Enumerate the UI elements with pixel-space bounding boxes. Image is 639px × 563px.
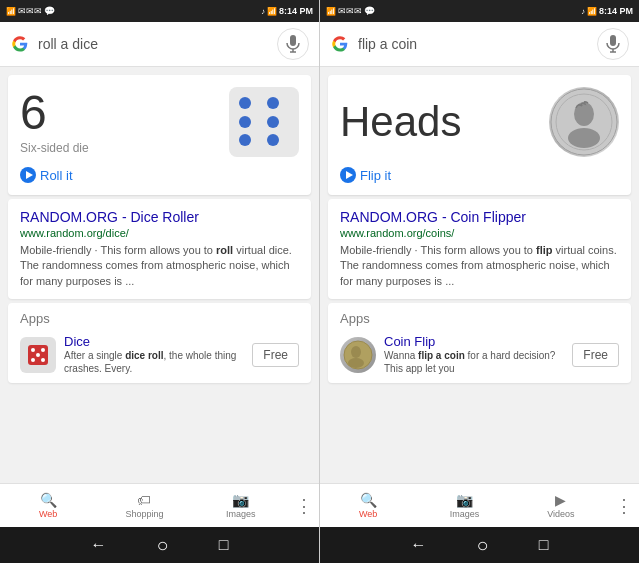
dice-dot-1 bbox=[239, 97, 251, 109]
coin-desc-prefix: Wanna bbox=[384, 350, 418, 361]
nav-tab-web-coin[interactable]: 🔍 Web bbox=[320, 484, 416, 527]
dice-result-left: 6 Six-sided die bbox=[20, 89, 89, 155]
status-bar-left: 📶 ✉✉✉ 💬 ♪ 📶 8:14 PM bbox=[0, 0, 319, 22]
dice-apps-section: Apps Dice After a single dice rol bbox=[8, 303, 311, 383]
status-right-icons: ♪ 📶 8:14 PM bbox=[261, 6, 313, 16]
status-music-icon: ♪ bbox=[261, 7, 265, 16]
dice-dot-3 bbox=[239, 116, 251, 128]
search-query-coin: flip a coin bbox=[358, 36, 589, 52]
images-icon-dice: 📷 bbox=[232, 492, 249, 508]
status-hangouts-icon: 💬 bbox=[44, 6, 55, 16]
nav-tab-shopping-dice[interactable]: 🏷 Shopping bbox=[96, 484, 192, 527]
web-icon-coin: 🔍 bbox=[360, 492, 377, 508]
dice-result-url: www.random.org/dice/ bbox=[20, 227, 299, 239]
dice-result-title[interactable]: RANDOM.ORG - Dice Roller bbox=[20, 209, 299, 225]
svg-point-17 bbox=[351, 346, 361, 358]
more-dots-coin: ⋮ bbox=[615, 495, 632, 517]
coin-app-item: Coin Flip Wanna flip a coin for a hard d… bbox=[340, 334, 619, 375]
dice-dot-4 bbox=[267, 116, 279, 128]
roll-icon bbox=[20, 167, 36, 183]
dice-snippet-prefix: Mobile-friendly · This form allows you t… bbox=[20, 244, 216, 256]
google-logo-right bbox=[330, 34, 350, 54]
more-button-coin[interactable]: ⋮ bbox=[609, 495, 639, 517]
dice-number: 6 bbox=[20, 89, 89, 137]
status-wifi-icon: 📶 bbox=[267, 7, 277, 16]
coin-app-info: Coin Flip Wanna flip a coin for a hard d… bbox=[384, 334, 564, 375]
status-time: 8:14 PM bbox=[279, 6, 313, 16]
shopping-label-dice: Shopping bbox=[125, 509, 163, 519]
panel-dice: 📶 ✉✉✉ 💬 ♪ 📶 8:14 PM roll a dice bbox=[0, 0, 319, 563]
images-label-dice: Images bbox=[226, 509, 256, 519]
mic-button-coin[interactable] bbox=[597, 28, 629, 60]
nav-tab-images-dice[interactable]: 📷 Images bbox=[193, 484, 289, 527]
dice-snippet-bold: roll bbox=[216, 244, 233, 256]
coin-word: Heads bbox=[340, 98, 461, 146]
svg-rect-9 bbox=[610, 35, 616, 46]
search-bar-coin: flip a coin bbox=[320, 22, 639, 67]
status-signal-icon-r: 📶 bbox=[326, 7, 336, 16]
coin-free-button[interactable]: Free bbox=[572, 343, 619, 367]
home-button-right[interactable]: ○ bbox=[477, 534, 489, 557]
nav-tab-videos-coin[interactable]: ▶ Videos bbox=[513, 484, 609, 527]
coin-app-icon bbox=[340, 337, 376, 373]
status-time-right: 8:14 PM bbox=[599, 6, 633, 16]
flip-button[interactable]: Flip it bbox=[340, 167, 619, 183]
dice-label: Six-sided die bbox=[20, 141, 89, 155]
status-mail-icon-r: ✉✉✉ bbox=[338, 6, 362, 16]
dice-dot-5 bbox=[239, 134, 251, 146]
dice-desc-bold: dice roll bbox=[125, 350, 163, 361]
dice-app-name: Dice bbox=[64, 334, 244, 349]
status-music-icon-r: ♪ bbox=[581, 7, 585, 16]
svg-point-5 bbox=[41, 348, 45, 352]
google-logo bbox=[10, 34, 30, 54]
search-bar-dice: roll a dice bbox=[0, 22, 319, 67]
coin-search-result: RANDOM.ORG - Coin Flipper www.random.org… bbox=[328, 199, 631, 299]
dice-result-snippet: Mobile-friendly · This form allows you t… bbox=[20, 243, 299, 289]
more-button-dice[interactable]: ⋮ bbox=[289, 495, 319, 517]
svg-point-8 bbox=[41, 358, 45, 362]
nav-tab-web-dice[interactable]: 🔍 Web bbox=[0, 484, 96, 527]
roll-label: Roll it bbox=[40, 168, 73, 183]
svg-point-18 bbox=[348, 358, 364, 368]
flip-icon bbox=[340, 167, 356, 183]
dice-apps-label: Apps bbox=[20, 311, 299, 326]
back-button-right[interactable]: ← bbox=[411, 536, 427, 554]
svg-rect-0 bbox=[290, 35, 296, 46]
dice-url-path: dice/ bbox=[106, 227, 129, 239]
content-coin: Heads Flip it bbox=[320, 67, 639, 483]
images-label-coin: Images bbox=[450, 509, 480, 519]
dice-dot-6 bbox=[267, 134, 279, 146]
coin-result-url: www.random.org/coins/ bbox=[340, 227, 619, 239]
dice-app-desc: After a single dice roll, the whole thin… bbox=[64, 349, 244, 375]
coin-desc-bold: flip a coin bbox=[418, 350, 465, 361]
nav-tab-images-coin[interactable]: 📷 Images bbox=[416, 484, 512, 527]
status-right-icons-right: ♪ 📶 8:14 PM bbox=[581, 6, 633, 16]
recent-button-left[interactable]: □ bbox=[219, 536, 229, 554]
recent-button-right[interactable]: □ bbox=[539, 536, 549, 554]
coin-result-card: Heads Flip it bbox=[328, 75, 631, 195]
coin-snippet-bold: flip bbox=[536, 244, 553, 256]
status-signal-icon: 📶 bbox=[6, 7, 16, 16]
more-dots-dice: ⋮ bbox=[295, 495, 312, 517]
coin-result-title[interactable]: RANDOM.ORG - Coin Flipper bbox=[340, 209, 619, 225]
web-label-coin: Web bbox=[359, 509, 377, 519]
dice-result-card: 6 Six-sided die Roll it bbox=[8, 75, 311, 195]
coin-apps-label: Apps bbox=[340, 311, 619, 326]
flip-label: Flip it bbox=[360, 168, 391, 183]
dice-app-item: Dice After a single dice roll, the whole… bbox=[20, 334, 299, 375]
roll-button[interactable]: Roll it bbox=[20, 167, 299, 183]
back-button-left[interactable]: ← bbox=[91, 536, 107, 554]
dice-free-button[interactable]: Free bbox=[252, 343, 299, 367]
svg-point-4 bbox=[31, 348, 35, 352]
status-wifi-icon-r: 📶 bbox=[587, 7, 597, 16]
dice-result-display: 6 Six-sided die bbox=[20, 87, 299, 157]
mic-button-dice[interactable] bbox=[277, 28, 309, 60]
panel-coin: 📶 ✉✉✉ 💬 ♪ 📶 8:14 PM flip a coin bbox=[320, 0, 639, 563]
coin-result-display: Heads bbox=[340, 87, 619, 157]
coin-snippet-prefix: Mobile-friendly · This form allows you t… bbox=[340, 244, 536, 256]
home-button-left[interactable]: ○ bbox=[157, 534, 169, 557]
svg-point-6 bbox=[36, 353, 40, 357]
coin-apps-section: Apps Coin Flip Wanna flip a coin for a h… bbox=[328, 303, 631, 383]
videos-label-coin: Videos bbox=[547, 509, 574, 519]
coin-url-base: www.random.org/ bbox=[340, 227, 426, 239]
